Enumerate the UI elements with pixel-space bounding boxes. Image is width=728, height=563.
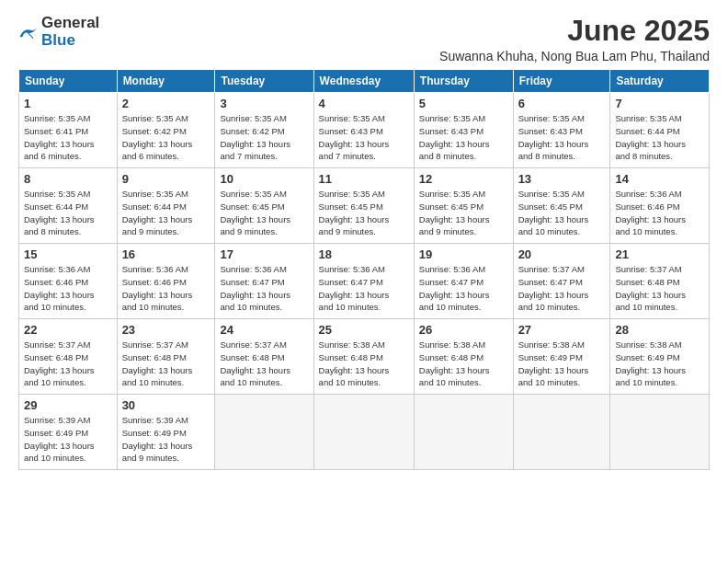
day-info: Sunrise: 5:35 AMSunset: 6:45 PMDaylight:…: [518, 188, 606, 238]
title-block: June 2025 Suwanna Khuha, Nong Bua Lam Ph…: [439, 15, 710, 63]
day-info: Sunrise: 5:36 AMSunset: 6:47 PMDaylight:…: [220, 263, 308, 314]
day-number: 17: [220, 247, 308, 261]
day-number: 5: [419, 97, 508, 110]
day-number: 18: [319, 247, 409, 261]
calendar-cell: 2Sunrise: 5:35 AMSunset: 6:42 PMDaylight…: [117, 93, 215, 168]
page: General Blue June 2025 Suwanna Khuha, No…: [0, 0, 728, 563]
calendar-week-4: 22Sunrise: 5:37 AMSunset: 6:48 PMDayligh…: [19, 319, 710, 395]
day-number: 21: [615, 247, 704, 261]
day-info: Sunrise: 5:39 AMSunset: 6:49 PMDaylight:…: [122, 414, 210, 465]
day-info: Sunrise: 5:36 AMSunset: 6:46 PMDaylight:…: [24, 263, 112, 314]
calendar-cell: 27Sunrise: 5:38 AMSunset: 6:49 PMDayligh…: [513, 319, 610, 395]
calendar-week-3: 15Sunrise: 5:36 AMSunset: 6:46 PMDayligh…: [19, 244, 710, 319]
day-number: 20: [518, 247, 606, 261]
day-info: Sunrise: 5:38 AMSunset: 6:49 PMDaylight:…: [518, 339, 606, 389]
calendar-cell: 24Sunrise: 5:37 AMSunset: 6:48 PMDayligh…: [215, 319, 313, 395]
subtitle: Suwanna Khuha, Nong Bua Lam Phu, Thailan…: [439, 49, 710, 63]
calendar-week-1: 1Sunrise: 5:35 AMSunset: 6:41 PMDaylight…: [19, 93, 710, 168]
calendar-cell: 3Sunrise: 5:35 AMSunset: 6:42 PMDaylight…: [215, 93, 313, 168]
calendar-cell: 26Sunrise: 5:38 AMSunset: 6:48 PMDayligh…: [414, 319, 513, 395]
calendar-header-saturday: Saturday: [610, 70, 710, 93]
day-number: 13: [518, 172, 606, 186]
day-info: Sunrise: 5:35 AMSunset: 6:45 PMDaylight:…: [220, 188, 308, 238]
day-number: 16: [122, 247, 210, 261]
day-number: 15: [24, 247, 112, 261]
calendar-cell: [215, 395, 313, 470]
calendar-header-row: SundayMondayTuesdayWednesdayThursdayFrid…: [19, 70, 710, 93]
day-number: 6: [518, 97, 606, 110]
day-info: Sunrise: 5:36 AMSunset: 6:46 PMDaylight:…: [615, 188, 704, 238]
day-info: Sunrise: 5:37 AMSunset: 6:47 PMDaylight:…: [518, 263, 606, 314]
day-info: Sunrise: 5:35 AMSunset: 6:42 PMDaylight:…: [122, 112, 210, 163]
day-info: Sunrise: 5:36 AMSunset: 6:47 PMDaylight:…: [419, 263, 508, 314]
day-info: Sunrise: 5:35 AMSunset: 6:41 PMDaylight:…: [24, 112, 112, 163]
day-info: Sunrise: 5:38 AMSunset: 6:48 PMDaylight:…: [419, 339, 508, 389]
calendar-cell: 19Sunrise: 5:36 AMSunset: 6:47 PMDayligh…: [414, 244, 513, 319]
day-number: 3: [220, 97, 308, 110]
day-info: Sunrise: 5:35 AMSunset: 6:43 PMDaylight:…: [518, 112, 606, 163]
day-number: 9: [122, 172, 210, 186]
calendar-cell: 6Sunrise: 5:35 AMSunset: 6:43 PMDaylight…: [513, 93, 610, 168]
calendar-cell: 14Sunrise: 5:36 AMSunset: 6:46 PMDayligh…: [610, 168, 710, 244]
calendar-header-friday: Friday: [513, 70, 610, 93]
day-info: Sunrise: 5:35 AMSunset: 6:44 PMDaylight:…: [615, 112, 704, 163]
day-number: 7: [615, 97, 704, 110]
calendar-header-monday: Monday: [117, 70, 215, 93]
day-number: 19: [419, 247, 508, 261]
calendar: SundayMondayTuesdayWednesdayThursdayFrid…: [18, 69, 710, 470]
calendar-cell: 1Sunrise: 5:35 AMSunset: 6:41 PMDaylight…: [19, 93, 118, 168]
calendar-header-tuesday: Tuesday: [215, 70, 313, 93]
calendar-cell: [414, 395, 513, 470]
day-number: 8: [24, 172, 112, 186]
calendar-cell: 11Sunrise: 5:35 AMSunset: 6:45 PMDayligh…: [313, 168, 414, 244]
calendar-header-sunday: Sunday: [19, 70, 118, 93]
day-number: 27: [518, 323, 606, 337]
day-info: Sunrise: 5:37 AMSunset: 6:48 PMDaylight:…: [220, 339, 308, 389]
day-info: Sunrise: 5:35 AMSunset: 6:44 PMDaylight:…: [24, 188, 112, 238]
day-number: 24: [220, 323, 308, 337]
day-number: 2: [122, 97, 210, 110]
logo-blue: Blue: [41, 32, 99, 50]
day-info: Sunrise: 5:38 AMSunset: 6:49 PMDaylight:…: [615, 339, 704, 389]
logo: General Blue: [18, 15, 99, 49]
day-number: 26: [419, 323, 508, 337]
calendar-cell: 28Sunrise: 5:38 AMSunset: 6:49 PMDayligh…: [610, 319, 710, 395]
day-info: Sunrise: 5:37 AMSunset: 6:48 PMDaylight:…: [615, 263, 704, 314]
logo-general: General: [41, 14, 99, 31]
day-number: 11: [319, 172, 409, 186]
calendar-cell: 23Sunrise: 5:37 AMSunset: 6:48 PMDayligh…: [117, 319, 215, 395]
calendar-cell: 7Sunrise: 5:35 AMSunset: 6:44 PMDaylight…: [610, 93, 710, 168]
day-number: 10: [220, 172, 308, 186]
day-info: Sunrise: 5:39 AMSunset: 6:49 PMDaylight:…: [24, 414, 112, 465]
calendar-cell: 18Sunrise: 5:36 AMSunset: 6:47 PMDayligh…: [313, 244, 414, 319]
calendar-cell: 30Sunrise: 5:39 AMSunset: 6:49 PMDayligh…: [117, 395, 215, 470]
day-number: 4: [319, 97, 409, 110]
calendar-cell: 13Sunrise: 5:35 AMSunset: 6:45 PMDayligh…: [513, 168, 610, 244]
day-info: Sunrise: 5:38 AMSunset: 6:48 PMDaylight:…: [319, 339, 409, 389]
day-info: Sunrise: 5:35 AMSunset: 6:45 PMDaylight:…: [419, 188, 508, 238]
calendar-header-wednesday: Wednesday: [313, 70, 414, 93]
day-number: 23: [122, 323, 210, 337]
day-number: 1: [24, 97, 112, 110]
day-info: Sunrise: 5:37 AMSunset: 6:48 PMDaylight:…: [24, 339, 112, 389]
day-number: 12: [419, 172, 508, 186]
calendar-cell: 22Sunrise: 5:37 AMSunset: 6:48 PMDayligh…: [19, 319, 118, 395]
day-number: 28: [615, 323, 704, 337]
day-number: 30: [122, 398, 210, 412]
calendar-cell: 29Sunrise: 5:39 AMSunset: 6:49 PMDayligh…: [19, 395, 118, 470]
calendar-cell: 25Sunrise: 5:38 AMSunset: 6:48 PMDayligh…: [313, 319, 414, 395]
day-number: 29: [24, 398, 112, 412]
calendar-cell: [313, 395, 414, 470]
calendar-cell: 20Sunrise: 5:37 AMSunset: 6:47 PMDayligh…: [513, 244, 610, 319]
day-info: Sunrise: 5:35 AMSunset: 6:44 PMDaylight:…: [122, 188, 210, 238]
calendar-cell: [513, 395, 610, 470]
calendar-cell: 9Sunrise: 5:35 AMSunset: 6:44 PMDaylight…: [117, 168, 215, 244]
calendar-cell: 16Sunrise: 5:36 AMSunset: 6:46 PMDayligh…: [117, 244, 215, 319]
calendar-header-thursday: Thursday: [414, 70, 513, 93]
day-info: Sunrise: 5:37 AMSunset: 6:48 PMDaylight:…: [122, 339, 210, 389]
day-info: Sunrise: 5:36 AMSunset: 6:46 PMDaylight:…: [122, 263, 210, 314]
day-info: Sunrise: 5:36 AMSunset: 6:47 PMDaylight:…: [319, 263, 409, 314]
day-info: Sunrise: 5:35 AMSunset: 6:43 PMDaylight:…: [319, 112, 409, 163]
day-number: 14: [615, 172, 704, 186]
calendar-cell: 12Sunrise: 5:35 AMSunset: 6:45 PMDayligh…: [414, 168, 513, 244]
